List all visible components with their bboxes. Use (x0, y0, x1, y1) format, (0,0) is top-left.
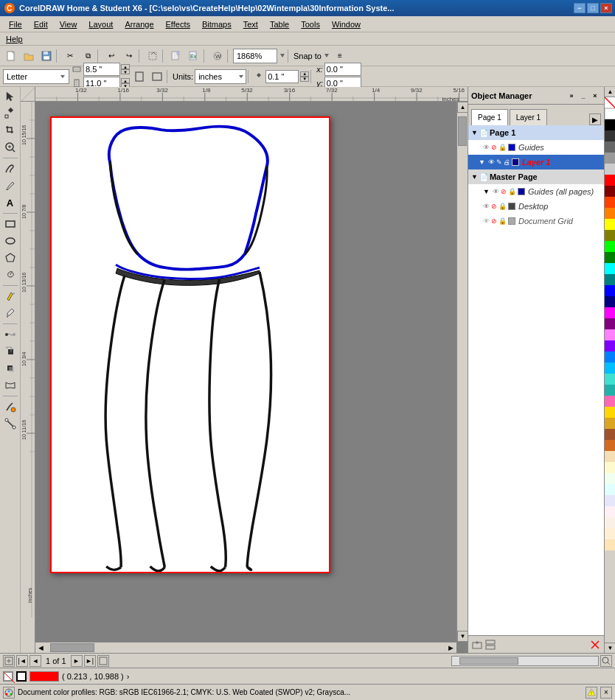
zoom-tool[interactable] (1, 139, 19, 155)
envelope-tool[interactable] (1, 377, 19, 393)
color-red[interactable] (605, 175, 615, 186)
layer1-print-icon[interactable]: 🖨 (504, 158, 510, 166)
menu-bitmaps[interactable]: Bitmaps (196, 18, 237, 30)
color-pink[interactable] (605, 329, 615, 340)
layer1-visibility-icon[interactable]: 👁 (488, 158, 495, 166)
guides-all-visibility-icon[interactable]: 👁 (493, 188, 499, 195)
scrollbar-bottom[interactable]: ◄ ► (35, 642, 456, 653)
nav-zoom-button[interactable] (600, 655, 612, 667)
pen-tool[interactable] (1, 178, 19, 194)
grid-lock-icon[interactable]: 🔒 (498, 217, 507, 225)
zoom-input[interactable]: 1868% (233, 49, 277, 63)
color-wheat[interactable] (605, 451, 615, 462)
tree-guides-all-row[interactable]: ▼ 👁 ⊘ 🔒 Guides (all pages) (468, 184, 604, 199)
color-none[interactable] (605, 97, 615, 108)
om-delete-button[interactable] (589, 639, 601, 651)
color-profile-warning[interactable]: ! (586, 687, 597, 699)
hscroll-thumb-nav[interactable] (459, 657, 518, 665)
color-lemon-chiffon[interactable] (605, 462, 615, 473)
menu-layout[interactable]: Layout (83, 18, 119, 30)
page-add-after-button[interactable] (97, 655, 109, 667)
color-sienna[interactable] (605, 429, 615, 440)
menu-table[interactable]: Table (264, 18, 295, 30)
color-lavender[interactable] (605, 495, 615, 506)
desktop-lock-icon[interactable]: 🔒 (498, 203, 507, 210)
portrait-button[interactable] (131, 69, 147, 85)
color-teal[interactable] (605, 274, 615, 285)
om-new-layer-button[interactable] (471, 639, 483, 651)
menu-tools[interactable]: Tools (295, 18, 326, 30)
text-tool[interactable]: A (1, 195, 19, 211)
color-orange-red[interactable] (605, 197, 615, 208)
menu-effects[interactable]: Effects (160, 18, 196, 30)
rectangle-tool[interactable] (1, 216, 19, 232)
color-violet[interactable] (605, 340, 615, 351)
outline-swatch[interactable] (16, 671, 27, 682)
color-dark-red[interactable] (605, 186, 615, 197)
palette-scroll-up[interactable]: ▲ (605, 87, 615, 97)
color-lime[interactable] (605, 241, 615, 252)
minimize-button[interactable]: − (574, 3, 586, 13)
color-lavender-blush[interactable] (605, 506, 615, 517)
grid-visibility-icon[interactable]: 👁 (483, 217, 490, 225)
polygon-tool[interactable] (1, 250, 19, 266)
menu-text[interactable]: Text (237, 18, 264, 30)
color-light-sea-green[interactable] (605, 385, 615, 396)
spiral-tool[interactable] (1, 267, 19, 283)
color-black[interactable] (605, 119, 615, 130)
select-all-button[interactable] (145, 48, 161, 64)
color-chocolate[interactable] (605, 440, 615, 451)
color-blue[interactable] (605, 285, 615, 296)
tree-master-page-row[interactable]: ▼ 📄 Master Page (468, 169, 604, 184)
color-gold[interactable] (605, 407, 615, 418)
color-dodger-blue[interactable] (605, 363, 615, 374)
landscape-button[interactable] (149, 69, 165, 85)
color-turquoise[interactable] (605, 374, 615, 385)
color-gray-80[interactable] (605, 130, 615, 141)
width-spinners[interactable]: ▲ ▼ (121, 64, 130, 74)
hscroll-area[interactable] (451, 656, 599, 666)
canvas-wrapper[interactable]: 1/32 1/16 3/32 1/8 5/32 3/16 7/32 1/4 9/… (21, 87, 468, 653)
save-button[interactable] (38, 48, 55, 64)
shadow-tool[interactable] (1, 360, 19, 377)
color-navy[interactable] (605, 296, 615, 307)
publish-button[interactable]: W (209, 48, 226, 64)
guides-all-lock-icon[interactable]: 🔒 (508, 188, 516, 195)
guides-visibility-icon[interactable]: 👁 (483, 144, 490, 151)
tree-layer1-row[interactable]: ▼ 👁 ✎ 🖨 Layer 1 (468, 155, 604, 169)
fill-tool[interactable] (1, 288, 19, 304)
page-next-button[interactable]: ► (71, 655, 83, 667)
canvas-area[interactable] (35, 102, 456, 642)
desktop-visibility-icon[interactable]: 👁 (483, 203, 490, 210)
import-button[interactable] (168, 48, 184, 64)
scroll-up-button[interactable]: ▲ (457, 102, 468, 113)
om-new-master-layer-button[interactable] (484, 639, 496, 651)
page-width-input[interactable]: 8.5 " (83, 63, 120, 76)
page-prev-button[interactable]: ◄ (29, 655, 41, 667)
tree-desktop-row[interactable]: 👁 ⊘ 🔒 Desktop (468, 199, 604, 214)
select-tool[interactable] (1, 88, 19, 105)
page-last-button[interactable]: ►| (84, 655, 96, 667)
fill-color-box[interactable] (29, 671, 59, 682)
color-white[interactable] (605, 108, 615, 119)
close-button[interactable]: × (600, 3, 612, 13)
coord-x-input[interactable]: 0.0 " (324, 63, 361, 76)
color-moccasin[interactable] (605, 539, 615, 550)
color-linen[interactable] (605, 517, 615, 528)
tree-page1-row[interactable]: ▼ 📄 Page 1 (468, 125, 604, 140)
zoom-dropdown-icon[interactable] (279, 50, 286, 62)
menu-file[interactable]: File (3, 18, 28, 30)
menu-window[interactable]: Window (326, 18, 366, 30)
color-gray-20[interactable] (605, 164, 615, 175)
snap-to-dropdown[interactable]: Snap to (293, 50, 330, 62)
layer-tab-1[interactable]: Layer 1 (510, 109, 547, 125)
tree-guides-row[interactable]: 👁 ⊘ 🔒 Guides (468, 140, 604, 155)
color-magenta[interactable] (605, 307, 615, 318)
extrude-tool[interactable] (1, 343, 19, 360)
scroll-right-button[interactable]: ► (445, 643, 456, 653)
color-cyan[interactable] (605, 263, 615, 274)
menu-arrange[interactable]: Arrange (119, 18, 159, 30)
color-honeydew[interactable] (605, 473, 615, 484)
undo-button[interactable]: ↩ (103, 48, 119, 64)
page-tab-1[interactable]: Page 1 (471, 109, 508, 125)
